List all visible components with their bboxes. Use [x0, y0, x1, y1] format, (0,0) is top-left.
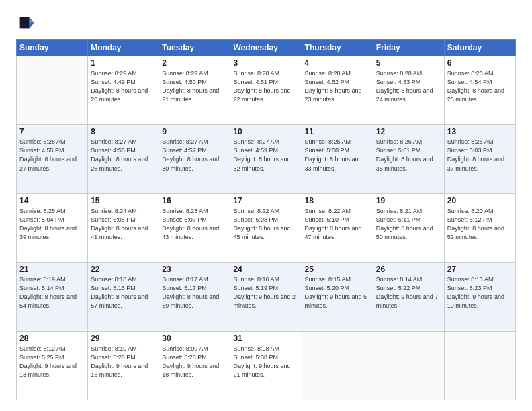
week-row-2: 7Sunrise: 8:28 AMSunset: 4:55 PMDaylight…: [17, 125, 516, 193]
day-number: 1: [91, 58, 156, 68]
week-row-5: 28Sunrise: 8:12 AMSunset: 5:25 PMDayligh…: [17, 331, 516, 400]
svg-marker-1: [30, 23, 34, 28]
logo-icon: [16, 13, 35, 32]
day-number: 22: [91, 265, 156, 274]
calendar-cell: 13Sunrise: 8:25 AMSunset: 5:03 PMDayligh…: [444, 125, 515, 193]
day-info: Sunrise: 8:23 AMSunset: 5:07 PMDaylight:…: [162, 207, 227, 242]
day-info: Sunrise: 8:20 AMSunset: 5:12 PMDaylight:…: [447, 207, 513, 242]
day-number: 14: [19, 196, 85, 205]
day-number: 10: [233, 127, 298, 136]
day-number: 5: [376, 58, 441, 68]
day-number: 30: [162, 334, 227, 343]
day-number: 18: [305, 196, 370, 205]
week-row-4: 21Sunrise: 8:19 AMSunset: 5:14 PMDayligh…: [17, 263, 516, 331]
logo: [16, 13, 38, 32]
calendar-cell: 5Sunrise: 8:28 AMSunset: 4:53 PMDaylight…: [373, 56, 444, 125]
day-info: Sunrise: 8:09 AMSunset: 5:28 PMDaylight:…: [162, 345, 227, 379]
day-info: Sunrise: 8:25 AMSunset: 5:03 PMDaylight:…: [447, 138, 513, 173]
day-info: Sunrise: 8:17 AMSunset: 5:17 PMDaylight:…: [162, 275, 227, 310]
day-number: 15: [91, 196, 156, 205]
day-info: Sunrise: 8:26 AMSunset: 5:00 PMDaylight:…: [305, 138, 370, 173]
day-info: Sunrise: 8:29 AMSunset: 4:50 PMDaylight:…: [162, 69, 227, 104]
day-number: 27: [447, 265, 513, 274]
day-info: Sunrise: 8:21 AMSunset: 5:11 PMDaylight:…: [376, 207, 441, 242]
day-number: 6: [447, 58, 513, 68]
calendar-cell: 14Sunrise: 8:25 AMSunset: 5:04 PMDayligh…: [17, 193, 88, 262]
svg-rect-2: [20, 17, 30, 29]
day-number: 23: [162, 265, 227, 274]
weekday-header-thursday: Thursday: [302, 40, 373, 56]
calendar-cell: 1Sunrise: 8:29 AMSunset: 4:49 PMDaylight…: [88, 56, 159, 125]
weekday-header-wednesday: Wednesday: [230, 40, 302, 56]
calendar-cell: 7Sunrise: 8:28 AMSunset: 4:55 PMDaylight…: [17, 125, 88, 193]
calendar-cell: 22Sunrise: 8:18 AMSunset: 5:15 PMDayligh…: [88, 263, 159, 331]
day-info: Sunrise: 8:28 AMSunset: 4:55 PMDaylight:…: [19, 138, 85, 173]
day-number: 16: [162, 196, 227, 205]
svg-marker-0: [30, 17, 34, 23]
calendar-cell: [444, 331, 515, 400]
calendar-cell: 20Sunrise: 8:20 AMSunset: 5:12 PMDayligh…: [444, 193, 515, 262]
day-info: Sunrise: 8:25 AMSunset: 5:04 PMDaylight:…: [19, 207, 85, 242]
day-number: 9: [162, 127, 227, 136]
day-number: 29: [91, 334, 156, 343]
calendar-cell: 25Sunrise: 8:15 AMSunset: 5:20 PMDayligh…: [302, 263, 373, 331]
calendar-cell: 10Sunrise: 8:27 AMSunset: 4:59 PMDayligh…: [230, 125, 302, 193]
day-info: Sunrise: 8:27 AMSunset: 4:59 PMDaylight:…: [233, 138, 298, 173]
day-number: 4: [305, 58, 370, 68]
day-info: Sunrise: 8:27 AMSunset: 4:56 PMDaylight:…: [91, 138, 156, 173]
day-info: Sunrise: 8:19 AMSunset: 5:14 PMDaylight:…: [19, 275, 85, 310]
calendar-cell: 19Sunrise: 8:21 AMSunset: 5:11 PMDayligh…: [373, 193, 444, 262]
day-number: 21: [19, 265, 85, 274]
day-number: 3: [233, 58, 298, 68]
day-number: 17: [233, 196, 298, 205]
weekday-header-row: SundayMondayTuesdayWednesdayThursdayFrid…: [17, 40, 516, 56]
calendar-cell: 29Sunrise: 8:10 AMSunset: 5:26 PMDayligh…: [88, 331, 159, 400]
calendar-cell: 3Sunrise: 8:28 AMSunset: 4:51 PMDaylight…: [230, 56, 302, 125]
day-number: 24: [233, 265, 298, 274]
calendar-cell: 6Sunrise: 8:28 AMSunset: 4:54 PMDaylight…: [444, 56, 515, 125]
day-number: 19: [376, 196, 441, 205]
day-number: 28: [19, 334, 85, 343]
day-number: 26: [376, 265, 441, 274]
day-info: Sunrise: 8:10 AMSunset: 5:26 PMDaylight:…: [91, 345, 156, 379]
calendar-cell: 4Sunrise: 8:28 AMSunset: 4:52 PMDaylight…: [302, 56, 373, 125]
day-info: Sunrise: 8:28 AMSunset: 4:53 PMDaylight:…: [376, 69, 441, 104]
day-number: 20: [447, 196, 513, 205]
day-number: 8: [91, 127, 156, 136]
calendar-cell: 15Sunrise: 8:24 AMSunset: 5:05 PMDayligh…: [88, 193, 159, 262]
header: [16, 13, 516, 32]
day-number: 11: [305, 127, 370, 136]
calendar-cell: 28Sunrise: 8:12 AMSunset: 5:25 PMDayligh…: [17, 331, 88, 400]
calendar-cell: 17Sunrise: 8:22 AMSunset: 5:08 PMDayligh…: [230, 193, 302, 262]
weekday-header-sunday: Sunday: [17, 40, 88, 56]
week-row-1: 1Sunrise: 8:29 AMSunset: 4:49 PMDaylight…: [17, 56, 516, 125]
calendar: SundayMondayTuesdayWednesdayThursdayFrid…: [16, 39, 516, 400]
calendar-cell: 9Sunrise: 8:27 AMSunset: 4:57 PMDaylight…: [159, 125, 230, 193]
day-info: Sunrise: 8:12 AMSunset: 5:25 PMDaylight:…: [19, 345, 85, 379]
calendar-cell: 16Sunrise: 8:23 AMSunset: 5:07 PMDayligh…: [159, 193, 230, 262]
calendar-cell: 24Sunrise: 8:16 AMSunset: 5:19 PMDayligh…: [230, 263, 302, 331]
calendar-cell: 11Sunrise: 8:26 AMSunset: 5:00 PMDayligh…: [302, 125, 373, 193]
day-info: Sunrise: 8:13 AMSunset: 5:23 PMDaylight:…: [447, 275, 513, 310]
calendar-cell: [373, 331, 444, 400]
day-info: Sunrise: 8:16 AMSunset: 5:19 PMDaylight:…: [233, 275, 298, 310]
calendar-cell: 12Sunrise: 8:26 AMSunset: 5:01 PMDayligh…: [373, 125, 444, 193]
day-info: Sunrise: 8:22 AMSunset: 5:08 PMDaylight:…: [233, 207, 298, 242]
day-info: Sunrise: 8:26 AMSunset: 5:01 PMDaylight:…: [376, 138, 441, 173]
day-number: 12: [376, 127, 441, 136]
calendar-cell: 18Sunrise: 8:22 AMSunset: 5:10 PMDayligh…: [302, 193, 373, 262]
day-info: Sunrise: 8:28 AMSunset: 4:54 PMDaylight:…: [447, 69, 513, 104]
day-info: Sunrise: 8:27 AMSunset: 4:57 PMDaylight:…: [162, 138, 227, 173]
day-info: Sunrise: 8:28 AMSunset: 4:52 PMDaylight:…: [305, 69, 370, 104]
calendar-cell: 30Sunrise: 8:09 AMSunset: 5:28 PMDayligh…: [159, 331, 230, 400]
day-number: 25: [305, 265, 370, 274]
day-info: Sunrise: 8:28 AMSunset: 4:51 PMDaylight:…: [233, 69, 298, 104]
calendar-cell: [302, 331, 373, 400]
calendar-cell: 21Sunrise: 8:19 AMSunset: 5:14 PMDayligh…: [17, 263, 88, 331]
day-number: 2: [162, 58, 227, 68]
day-info: Sunrise: 8:22 AMSunset: 5:10 PMDaylight:…: [305, 207, 370, 242]
calendar-cell: [17, 56, 88, 125]
calendar-cell: 2Sunrise: 8:29 AMSunset: 4:50 PMDaylight…: [159, 56, 230, 125]
week-row-3: 14Sunrise: 8:25 AMSunset: 5:04 PMDayligh…: [17, 193, 516, 262]
day-number: 13: [447, 127, 513, 136]
